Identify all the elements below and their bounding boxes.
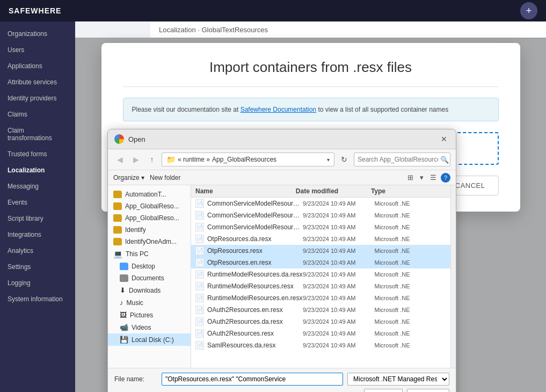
help-button[interactable]: ? (441, 173, 450, 183)
file-type: Microsoft .NE (375, 236, 447, 242)
sidebar-item-claims[interactable]: Claims (0, 106, 75, 122)
sidebar-item-organizations[interactable]: Organizations (0, 26, 75, 42)
sidebar-item-system-information[interactable]: System information (0, 291, 75, 307)
dialog-cancel-button[interactable]: Cancel (407, 389, 449, 392)
table-row[interactable]: 📄 OAuth2Resources.resx 9/23/2024 10:49 A… (191, 328, 450, 339)
sidebar-item-script-library[interactable]: Script library (0, 210, 75, 227)
sidebar-item-messaging[interactable]: Messaging (0, 178, 75, 194)
col-name-header: Name (195, 187, 296, 195)
table-row[interactable]: 📄 CommonServiceModelResources.resx 9/23/… (191, 209, 450, 221)
search-input[interactable] (358, 156, 438, 163)
close-button[interactable]: ✕ (439, 134, 449, 144)
nav-item-pictures[interactable]: 🖼 Pictures (108, 309, 191, 321)
refresh-button[interactable]: ↻ (338, 153, 351, 166)
table-row[interactable]: 📄 CommonServiceModelResources.da.resx 9/… (191, 198, 450, 209)
table-row[interactable]: 📄 OtpResources.resx 9/23/2024 10:49 AM M… (191, 245, 450, 257)
file-icon: 📄 (195, 223, 204, 231)
file-icon: 📄 (195, 294, 204, 302)
nav-item-music[interactable]: ♪ Music (108, 296, 191, 309)
file-name: OtpResources.en.resx (207, 259, 303, 266)
add-button[interactable]: + (520, 2, 537, 19)
file-date: 9/23/2024 10:49 AM (303, 259, 375, 266)
info-link[interactable]: Safewhere Documentation (241, 106, 316, 113)
app-content: Organizations Users Applications Attribu… (0, 21, 546, 392)
nav-item-downloads[interactable]: ⬇ Downloads (108, 284, 191, 296)
nav-item-identify[interactable]: Identify (108, 224, 191, 236)
nav-item-automationt[interactable]: AutomationT... (108, 188, 191, 200)
file-date: 9/23/2024 10:49 AM (303, 307, 375, 313)
table-row[interactable]: 📄 RuntimeModelResources.da.resx 9/23/202… (191, 268, 450, 280)
file-date: 9/23/2024 10:49 AM (303, 248, 375, 254)
sidebar-item-logging[interactable]: Logging (0, 275, 75, 291)
file-icon: 📄 (195, 199, 204, 208)
sidebar-item-claim-transformations[interactable]: Claim transformations (0, 122, 75, 146)
file-name: OAuth2Resources.resx (207, 330, 303, 337)
table-row[interactable]: 📄 SamlResources.da.resx 9/23/2024 10:49 … (191, 339, 450, 351)
nav-item-label: This PC (126, 250, 149, 258)
folder-icon (120, 274, 128, 282)
nav-item-this-pc[interactable]: 💻 This PC (108, 248, 191, 260)
filetype-select[interactable]: Microsoft .NET Managed Resou (347, 373, 449, 386)
file-list: Name Date modified Type 📄 CommonServiceM… (191, 185, 450, 368)
sidebar-item-users[interactable]: Users (0, 42, 75, 58)
nav-item-app-global-1[interactable]: App_GlobalReso... (108, 200, 191, 212)
file-dialog-title: Open (128, 135, 145, 143)
sidebar-item-identity-providers[interactable]: Identity providers (0, 90, 75, 106)
new-folder-button[interactable]: New folder (150, 174, 180, 182)
folder-icon (113, 238, 122, 245)
organize-button[interactable]: Organize ▾ (113, 174, 144, 182)
table-row[interactable]: 📄 RuntimeModelResources.resx 9/23/2024 1… (191, 280, 450, 292)
dialog-open-button[interactable]: Open (364, 389, 402, 392)
nav-item-label: App_GlobalReso... (125, 202, 179, 210)
file-date: 9/23/2024 10:49 AM (303, 295, 375, 301)
file-icon: 📄 (195, 329, 204, 338)
table-row[interactable]: 📄 OtpResources.da.resx 9/23/2024 10:49 A… (191, 233, 450, 245)
path-folder-icon: 📁 (166, 155, 176, 164)
nav-item-label: Documents (132, 274, 164, 282)
sidebar-item-applications[interactable]: Applications (0, 58, 75, 74)
nav-item-app-global-2[interactable]: App_GlobalReso... (108, 212, 191, 224)
sidebar-item-events[interactable]: Events (0, 194, 75, 210)
nav-item-documents[interactable]: Documents (108, 272, 191, 284)
sidebar-item-trusted-forms[interactable]: Trusted forms (0, 146, 75, 162)
file-name: CommonServiceModelResources.da.resx (207, 200, 303, 207)
file-name: OAuth2Resources.en.resx (207, 306, 303, 314)
filename-input[interactable] (162, 373, 343, 386)
table-row[interactable]: 📄 OtpResources.en.resx 9/23/2024 10:49 A… (191, 257, 450, 268)
file-rows-container: 📄 CommonServiceModelResources.da.resx 9/… (191, 198, 450, 351)
view-dropdown-button[interactable]: ▾ (418, 172, 426, 183)
path-dropdown-icon[interactable]: ▾ (327, 157, 330, 163)
sidebar-item-attribute-services[interactable]: Attribute services (0, 74, 75, 90)
nav-item-desktop[interactable]: Desktop (108, 260, 191, 272)
sidebar-item-localization[interactable]: Localization (0, 162, 75, 178)
folder-icon (113, 226, 122, 234)
search-icon: 🔍 (440, 156, 449, 164)
nav-item-local-disk[interactable]: 💾 Local Disk (C:) (108, 333, 191, 346)
path-bar: 📁 « runtime » App_GlobalResources ▾ (162, 153, 334, 166)
sidebar-item-integrations[interactable]: Integrations (0, 227, 75, 243)
table-row[interactable]: 📄 OAuth2Resources.da.resx 9/23/2024 10:4… (191, 316, 450, 328)
nav-item-identifyone[interactable]: IdentifyOneAdm... (108, 236, 191, 248)
file-list-header: Name Date modified Type (191, 185, 450, 198)
file-icon: 📄 (195, 341, 204, 350)
file-scrollbar[interactable] (450, 185, 456, 368)
file-type: Microsoft .NE (375, 283, 447, 289)
file-name: RuntimeModelResources.en.resx (207, 294, 303, 302)
app-logo: SAFEWHERE (9, 6, 61, 15)
table-row[interactable]: 📄 CommonServiceModelResources.en.resx 9/… (191, 221, 450, 233)
nav-item-videos[interactable]: 📹 Videos (108, 321, 191, 333)
view-grid-button[interactable]: ⊞ (405, 172, 416, 183)
forward-button[interactable]: ▶ (129, 153, 142, 166)
sidebar-item-settings[interactable]: Settings (0, 259, 75, 275)
nav-item-label: Music (127, 299, 143, 307)
back-button[interactable]: ◀ (113, 153, 126, 166)
file-open-dialog: Open ✕ ◀ ▶ ↑ 📁 « runtime » App_GlobalRes… (107, 129, 456, 392)
plus-icon: + (526, 5, 532, 17)
up-button[interactable]: ↑ (145, 153, 158, 166)
file-icon: 📄 (195, 317, 204, 326)
table-row[interactable]: 📄 RuntimeModelResources.en.resx 9/23/202… (191, 292, 450, 304)
path-prefix: « runtime » (178, 156, 210, 163)
sidebar-item-analytics[interactable]: Analytics (0, 243, 75, 259)
view-preview-button[interactable]: ☰ (428, 172, 439, 183)
table-row[interactable]: 📄 OAuth2Resources.en.resx 9/23/2024 10:4… (191, 304, 450, 316)
